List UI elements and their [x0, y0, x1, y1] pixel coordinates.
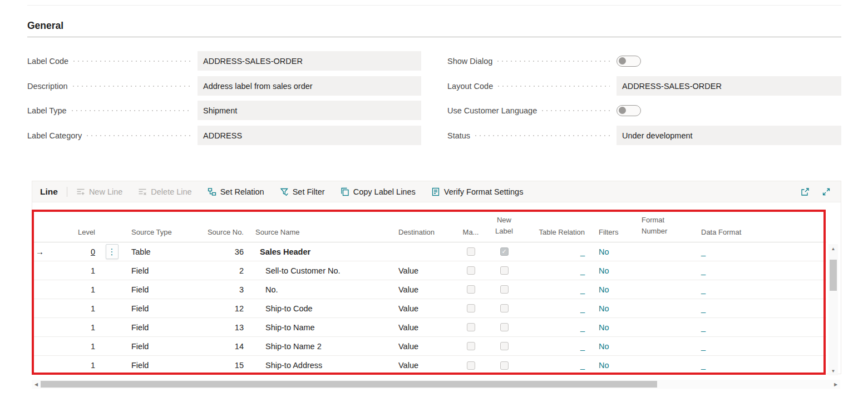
table-relation-cell[interactable]: _	[580, 323, 585, 332]
new-label-checkbox[interactable]	[500, 285, 509, 294]
source-name-cell[interactable]: Ship-to Name	[248, 318, 393, 336]
destination-cell[interactable]: Value	[393, 299, 457, 317]
source-no-cell[interactable]: 15	[196, 356, 248, 375]
scroll-up-arrow-icon[interactable]: ▲	[828, 244, 838, 253]
format-number-cell[interactable]	[629, 356, 691, 375]
data-format-cell[interactable]: _	[701, 361, 706, 370]
mandatory-checkbox[interactable]	[467, 266, 475, 275]
table-relation-cell[interactable]: _	[580, 266, 585, 275]
show-dialog-toggle[interactable]	[617, 56, 641, 67]
scroll-right-arrow-icon[interactable]: ▶	[831, 382, 840, 387]
mandatory-checkbox[interactable]	[467, 285, 475, 294]
new-label-checkbox[interactable]	[500, 323, 509, 331]
data-format-cell[interactable]: _	[701, 247, 706, 256]
destination-cell[interactable]: Value	[393, 337, 457, 355]
source-no-cell[interactable]: 12	[196, 299, 248, 317]
destination-cell[interactable]: Value	[393, 318, 457, 336]
description-input[interactable]: Address label from sales order	[198, 76, 421, 96]
level-cell[interactable]: 1	[48, 337, 100, 355]
focus-mode-button[interactable]	[822, 187, 831, 196]
verify-format-settings-button[interactable]: Verify Format Settings	[431, 187, 524, 196]
mandatory-checkbox[interactable]	[467, 304, 475, 312]
vertical-scroll-thumb[interactable]	[830, 260, 837, 291]
format-number-cell[interactable]	[629, 242, 691, 261]
source-no-cell[interactable]: 14	[196, 337, 248, 355]
mandatory-checkbox[interactable]	[467, 247, 475, 256]
table-row[interactable]: 1 Field 3 No. Value _ No _	[32, 280, 826, 299]
format-number-cell[interactable]	[629, 318, 691, 336]
column-header-filters[interactable]: Filters	[590, 202, 629, 242]
label-code-input[interactable]: ADDRESS-SALES-ORDER	[198, 51, 421, 71]
filters-cell[interactable]: No	[599, 247, 609, 256]
column-header-new-label[interactable]: New Label	[485, 202, 524, 242]
source-type-cell[interactable]: Field	[124, 337, 196, 355]
horizontal-scroll-track[interactable]	[41, 380, 831, 389]
copy-label-lines-button[interactable]: Copy Label Lines	[341, 187, 416, 196]
data-format-cell[interactable]: _	[701, 304, 706, 313]
format-number-cell[interactable]	[629, 299, 691, 317]
destination-cell[interactable]	[393, 242, 457, 261]
column-header-source-type[interactable]: Source Type	[124, 202, 196, 242]
source-no-cell[interactable]: 2	[196, 261, 248, 280]
mandatory-checkbox[interactable]	[467, 323, 475, 331]
vertical-scrollbar[interactable]: ▲ ▼	[828, 244, 838, 375]
table-relation-cell[interactable]: _	[580, 304, 585, 313]
new-label-checkbox[interactable]	[500, 304, 509, 312]
use-customer-language-toggle[interactable]	[617, 105, 641, 116]
filters-cell[interactable]: No	[599, 361, 609, 370]
table-row[interactable]: → 0 ⋮ Table 36 Sales Header _ No _	[32, 242, 826, 261]
column-header-table-relation[interactable]: Table Relation	[524, 202, 590, 242]
source-type-cell[interactable]: Field	[124, 318, 196, 336]
column-header-format-number[interactable]: Format Number	[629, 202, 691, 242]
delete-line-button[interactable]: Delete Line	[138, 187, 191, 196]
set-filter-button[interactable]: Set Filter	[280, 187, 325, 196]
filters-cell[interactable]: No	[599, 342, 609, 351]
table-row[interactable]: 1 Field 2 Sell-to Customer No. Value _ N…	[32, 261, 826, 280]
destination-cell[interactable]: Value	[393, 261, 457, 280]
destination-cell[interactable]: Value	[393, 356, 457, 375]
filters-cell[interactable]: No	[599, 285, 609, 294]
horizontal-scrollbar[interactable]: ◀ ▶	[32, 380, 840, 389]
layout-code-input[interactable]: ADDRESS-SALES-ORDER	[617, 76, 841, 96]
source-name-cell[interactable]: Ship-to Code	[248, 299, 393, 317]
source-type-cell[interactable]: Field	[124, 280, 196, 299]
table-relation-cell[interactable]: _	[580, 361, 585, 370]
new-label-checkbox[interactable]	[500, 266, 509, 275]
filters-cell[interactable]: No	[599, 304, 609, 313]
section-header-general[interactable]: General	[27, 20, 63, 32]
source-type-cell[interactable]: Field	[124, 356, 196, 375]
table-row[interactable]: 1 Field 15 Ship-to Address Value _ No _	[32, 356, 826, 375]
source-name-cell[interactable]: Sell-to Customer No.	[248, 261, 393, 280]
source-name-cell[interactable]: Sales Header	[248, 242, 393, 261]
source-type-cell[interactable]: Field	[124, 261, 196, 280]
new-line-button[interactable]: New Line	[76, 187, 122, 196]
format-number-cell[interactable]	[629, 280, 691, 299]
table-row[interactable]: 1 Field 14 Ship-to Name 2 Value _ No _	[32, 337, 826, 356]
format-number-cell[interactable]	[629, 337, 691, 355]
label-category-input[interactable]: ADDRESS	[198, 126, 421, 145]
filters-cell[interactable]: No	[599, 266, 609, 275]
data-format-cell[interactable]: _	[701, 342, 706, 351]
share-button[interactable]	[801, 187, 810, 196]
set-relation-button[interactable]: Set Relation	[208, 187, 264, 196]
level-cell[interactable]: 1	[48, 318, 100, 336]
column-header-level[interactable]: Level	[48, 202, 100, 242]
new-label-checkbox[interactable]	[500, 342, 509, 350]
table-row[interactable]: 1 Field 13 Ship-to Name Value _ No _	[32, 318, 826, 337]
source-type-cell[interactable]: Field	[124, 299, 196, 317]
new-label-checkbox[interactable]	[500, 361, 509, 370]
data-format-cell[interactable]: _	[701, 266, 706, 275]
source-no-cell[interactable]: 36	[196, 242, 248, 261]
level-cell[interactable]: 1	[48, 356, 100, 375]
table-row[interactable]: 1 Field 12 Ship-to Code Value _ No _	[32, 299, 826, 318]
part-caption-line[interactable]: Line	[40, 187, 58, 197]
table-relation-cell[interactable]: _	[580, 342, 585, 351]
mandatory-checkbox[interactable]	[467, 361, 475, 370]
label-type-input[interactable]: Shipment	[198, 101, 421, 120]
source-no-cell[interactable]: 3	[196, 280, 248, 299]
source-no-cell[interactable]: 13	[196, 318, 248, 336]
column-header-source-no[interactable]: Source No.	[196, 202, 248, 242]
source-name-cell[interactable]: Ship-to Name 2	[248, 337, 393, 355]
column-header-destination[interactable]: Destination	[393, 202, 457, 242]
data-format-cell[interactable]: _	[701, 285, 706, 294]
